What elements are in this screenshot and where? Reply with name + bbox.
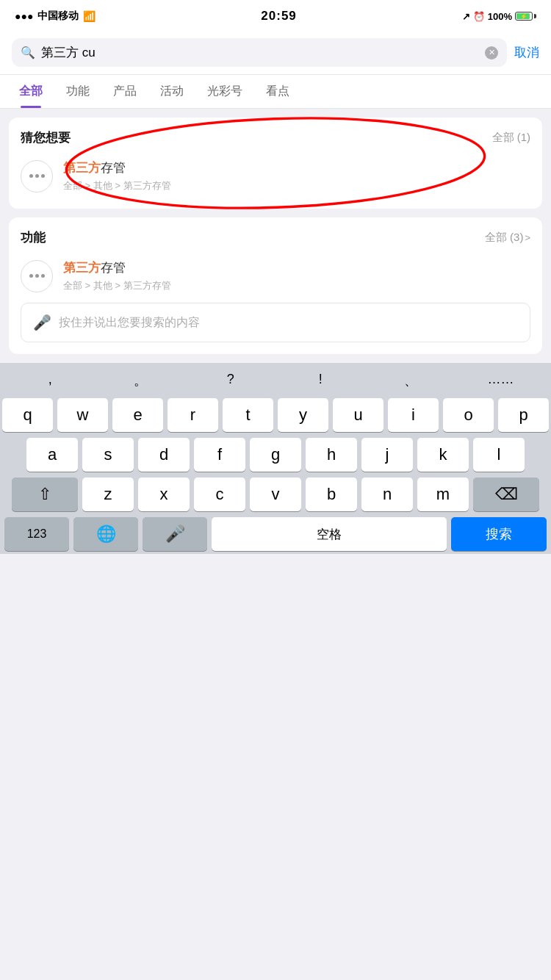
status-left: ●●● 中国移动 📶: [15, 10, 96, 23]
function-result-item-0[interactable]: 第三方存管 全部 > 其他 > 第三方存管: [21, 255, 530, 297]
carrier-label: 中国移动: [37, 10, 79, 23]
key-e[interactable]: e: [112, 398, 163, 432]
keyboard-special-row: , 。 ? ! 、 ……: [2, 369, 549, 392]
function-result-text-0: 第三方存管 全部 > 其他 > 第三方存管: [63, 259, 530, 292]
result-icon-0: [21, 160, 53, 192]
battery-icon: ⚡: [515, 12, 536, 21]
wifi-icon: 📶: [83, 10, 96, 22]
key-j[interactable]: j: [361, 438, 413, 472]
key-123[interactable]: 123: [4, 517, 69, 551]
special-key-ellipsis[interactable]: ……: [483, 369, 519, 392]
key-t[interactable]: t: [223, 398, 273, 432]
key-mic[interactable]: 🎤: [143, 517, 207, 551]
key-row-3: ⇧ z x c v b n m ⌫: [2, 478, 549, 511]
result-title-suffix-0: 存管: [101, 161, 126, 175]
guess-card-wrapper: 猜您想要 全部 (1) 第三方存管 全部 > 其他 > 第三方存管: [9, 118, 542, 209]
mic-icon: 🎤: [33, 314, 51, 331]
key-b[interactable]: b: [306, 478, 357, 511]
guess-card-all[interactable]: 全部 (1): [492, 131, 531, 145]
search-cancel-button[interactable]: 取消: [514, 44, 539, 61]
tab-all[interactable]: 全部: [7, 75, 54, 108]
key-k[interactable]: k: [417, 438, 469, 472]
key-c[interactable]: c: [194, 478, 245, 511]
tab-activity[interactable]: 活动: [148, 75, 195, 108]
special-key-period[interactable]: 。: [122, 369, 159, 392]
key-o[interactable]: o: [443, 398, 494, 432]
result-path-0: 全部 > 其他 > 第三方存管: [63, 179, 530, 192]
search-input-wrap[interactable]: 🔍 第三方 cu ✕: [12, 38, 507, 67]
special-key-exclaim[interactable]: !: [302, 369, 339, 392]
guess-card-title: 猜您想要: [21, 129, 71, 146]
key-w[interactable]: w: [57, 398, 108, 432]
key-y[interactable]: y: [278, 398, 328, 432]
function-result-title-0: 第三方存管: [63, 259, 530, 276]
guess-result-item-0[interactable]: 第三方存管 全部 > 其他 > 第三方存管: [21, 155, 530, 197]
search-query[interactable]: 第三方 cu: [41, 44, 479, 61]
tab-product[interactable]: 产品: [101, 75, 148, 108]
alarm-icon: ⏰: [473, 11, 485, 22]
keyboard-bottom-row: 123 🌐 🎤 空格 搜索: [2, 517, 549, 551]
tab-glory[interactable]: 光彩号: [195, 75, 254, 108]
key-r[interactable]: r: [168, 398, 218, 432]
guess-card: 猜您想要 全部 (1) 第三方存管 全部 > 其他 > 第三方存管: [9, 118, 542, 209]
result-title-0: 第三方存管: [63, 159, 530, 176]
key-shift[interactable]: ⇧: [12, 478, 78, 511]
key-delete[interactable]: ⌫: [473, 478, 539, 511]
status-bar: ●●● 中国移动 📶 20:59 ↗ ⏰ 100% ⚡: [0, 0, 551, 32]
key-p[interactable]: p: [498, 398, 549, 432]
function-result-icon-0: [21, 260, 53, 292]
content-area: 猜您想要 全部 (1) 第三方存管 全部 > 其他 > 第三方存管: [0, 109, 551, 363]
time-label: 20:59: [261, 9, 296, 24]
search-clear-button[interactable]: ✕: [485, 46, 498, 60]
result-title-highlight-0: 第三方: [63, 161, 101, 175]
battery-percent: 100%: [488, 11, 512, 22]
status-right: ↗ ⏰ 100% ⚡: [462, 11, 536, 22]
key-d[interactable]: d: [138, 438, 190, 472]
function-card-title: 功能: [21, 229, 46, 246]
special-key-pause[interactable]: 、: [392, 369, 429, 392]
search-icon: 🔍: [21, 46, 35, 60]
key-z[interactable]: z: [82, 478, 134, 511]
function-result-path-0: 全部 > 其他 > 第三方存管: [63, 279, 530, 292]
function-card: 功能 全部 (3) > 第三方存管 全部 > 其他 > 第三方存管: [9, 217, 542, 354]
key-f[interactable]: f: [194, 438, 245, 472]
function-title-highlight: 第三方: [63, 261, 101, 275]
key-row-1: q w e r t y u i o p: [2, 398, 549, 432]
key-row-2: a s d f g h j k l: [2, 438, 549, 472]
keyboard: , 。 ? ! 、 …… q w e r t y u i o p a s d f…: [0, 363, 551, 554]
function-card-all-label: 全部 (3): [485, 231, 524, 245]
function-dots-icon: [29, 274, 45, 278]
key-h[interactable]: h: [306, 438, 357, 472]
guess-card-header: 猜您想要 全部 (1): [21, 129, 530, 146]
key-u[interactable]: u: [333, 398, 383, 432]
key-q[interactable]: q: [2, 398, 53, 432]
voice-search-button[interactable]: 🎤 按住并说出您要搜索的内容: [21, 303, 530, 342]
key-i[interactable]: i: [388, 398, 439, 432]
key-globe[interactable]: 🌐: [73, 517, 138, 551]
function-card-all[interactable]: 全部 (3) >: [485, 231, 530, 245]
location-icon: ↗: [462, 11, 470, 22]
key-g[interactable]: g: [250, 438, 301, 472]
tab-function[interactable]: 功能: [54, 75, 101, 108]
key-n[interactable]: n: [361, 478, 413, 511]
special-key-question[interactable]: ?: [212, 369, 249, 392]
key-v[interactable]: v: [250, 478, 301, 511]
function-card-header: 功能 全部 (3) >: [21, 229, 530, 246]
key-l[interactable]: l: [473, 438, 525, 472]
key-s[interactable]: s: [82, 438, 134, 472]
result-text-0: 第三方存管 全部 > 其他 > 第三方存管: [63, 159, 530, 192]
dots-icon: [29, 174, 45, 178]
key-a[interactable]: a: [26, 438, 78, 472]
function-title-suffix: 存管: [101, 261, 126, 275]
key-x[interactable]: x: [138, 478, 190, 511]
tab-bar: 全部 功能 产品 活动 光彩号 看点: [0, 75, 551, 109]
voice-search-label: 按住并说出您要搜索的内容: [59, 315, 200, 331]
key-search[interactable]: 搜索: [451, 517, 547, 551]
special-key-comma[interactable]: ,: [32, 369, 68, 392]
key-space[interactable]: 空格: [212, 517, 447, 551]
function-card-arrow: >: [525, 232, 530, 243]
key-m[interactable]: m: [417, 478, 469, 511]
keyboard-rows: q w e r t y u i o p a s d f g h j k l ⇧ …: [2, 398, 549, 511]
tab-highlight[interactable]: 看点: [254, 75, 301, 108]
signal-icon: ●●●: [15, 10, 33, 22]
